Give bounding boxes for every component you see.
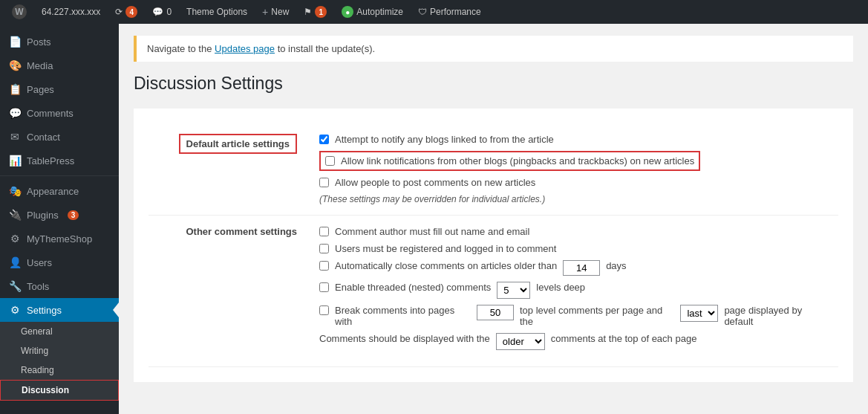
adminbar-wpml[interactable]: ⚑ 1 [298, 0, 333, 24]
sidebar-item-plugins[interactable]: 🔌 Plugins 3 [0, 203, 119, 227]
sidebar-item-comments-label: Comments [27, 108, 74, 119]
wp-icon: W [12, 4, 27, 19]
sidebar-item-writing[interactable]: Writing [0, 341, 119, 360]
settings-table: Default article settings Attempt to noti… [149, 123, 838, 367]
author-name-checkbox[interactable] [319, 227, 329, 236]
close-comments-row: Automatically close comments on articles… [319, 260, 831, 276]
sidebar: 📄 Posts 🎨 Media 📋 Pages 💬 Comments ✉ Con… [0, 24, 119, 414]
adminbar-theme-options[interactable]: Theme Options [180, 0, 253, 24]
allow-comments-label[interactable]: Allow people to post comments on new art… [335, 177, 535, 188]
sidebar-item-settings-label: Settings [27, 305, 62, 316]
sidebar-item-media-label: Media [27, 60, 53, 71]
sidebar-item-mythemeshop[interactable]: ⚙ MyThemeShop [0, 227, 119, 250]
adminbar-updates[interactable]: ⟳ 4 [109, 0, 143, 24]
updates-page-link[interactable]: Updates page [215, 43, 275, 54]
allow-pingbacks-label[interactable]: Allow link notifications from other blog… [341, 155, 694, 166]
notice-text1: Navigate to the [147, 43, 215, 54]
users-icon: 👤 [9, 256, 21, 268]
registered-users-checkbox[interactable] [319, 244, 329, 253]
comments-count: 0 [166, 7, 172, 17]
writing-label: Writing [21, 346, 48, 356]
display-order-row: Comments should be displayed with the ol… [319, 333, 831, 350]
display-order-label: Comments should be displayed with the [319, 333, 490, 344]
sidebar-item-contact[interactable]: ✉ Contact [0, 125, 119, 149]
sidebar-item-pages-label: Pages [27, 84, 54, 95]
break-comments-label[interactable]: Break comments into pages with [335, 305, 471, 327]
updates-count: 4 [125, 6, 137, 18]
tablepress-icon: 📊 [9, 155, 21, 166]
comments-icon: 💬 [152, 7, 163, 17]
theme-options-label: Theme Options [186, 7, 247, 17]
sidebar-item-tablepress-label: TablePress [27, 155, 74, 166]
display-order-suffix: comments at the top of each page [551, 333, 697, 344]
close-comments-checkbox[interactable] [319, 261, 329, 271]
default-article-checkbox1-row: Attempt to notify any blogs linked to fr… [319, 134, 831, 145]
break-comments-mid: top level comments per page and the [520, 305, 674, 327]
author-name-row: Comment author must fill out name and em… [319, 226, 831, 237]
other-comment-row: Other comment settings Comment author mu… [149, 216, 838, 367]
sidebar-item-users[interactable]: 👤 Users [0, 250, 119, 274]
updates-icon: ⟳ [115, 7, 123, 17]
sidebar-item-contact-label: Contact [27, 132, 60, 143]
threaded-suffix: levels deep [536, 282, 585, 293]
discussion-label: Discussion [22, 385, 69, 395]
sidebar-item-plugins-label: Plugins [27, 210, 59, 221]
allow-comments-checkbox[interactable] [319, 178, 329, 187]
sidebar-item-general[interactable]: General [0, 322, 119, 341]
close-comments-days-input[interactable] [563, 260, 600, 276]
author-name-label[interactable]: Comment author must fill out name and em… [335, 226, 529, 237]
comments-menu-icon: 💬 [9, 107, 21, 119]
sidebar-item-appearance[interactable]: 🎭 Appearance [0, 179, 119, 203]
menu-separator-1 [0, 175, 119, 176]
adminbar-autoptimize[interactable]: ● Autoptimize [336, 0, 409, 24]
adminbar-performance[interactable]: 🛡 Performance [412, 0, 487, 24]
plugins-icon: 🔌 [9, 209, 21, 221]
break-comments-input[interactable] [477, 305, 514, 320]
pages-icon: 📋 [9, 83, 21, 95]
break-comments-row: Break comments into pages with top level… [319, 305, 831, 327]
appearance-icon: 🎭 [9, 185, 21, 197]
posts-icon: 📄 [9, 36, 21, 48]
site-url: 64.227.xxx.xxx [42, 7, 100, 17]
notify-blogs-checkbox[interactable] [319, 135, 329, 144]
sidebar-item-mythemeshop-label: MyThemeShop [27, 233, 92, 245]
sidebar-item-users-label: Users [27, 257, 52, 268]
contact-icon: ✉ [9, 131, 21, 143]
performance-icon: 🛡 [418, 7, 427, 17]
default-article-row: Default article settings Attempt to noti… [149, 123, 838, 216]
adminbar-new[interactable]: + New [256, 0, 295, 24]
wp-logo[interactable]: W [6, 0, 33, 24]
media-icon: 🎨 [9, 59, 21, 71]
allow-pingbacks-checkbox[interactable] [325, 156, 335, 166]
sidebar-item-posts[interactable]: 📄 Posts [0, 30, 119, 54]
settings-icon: ⚙ [9, 304, 21, 316]
new-label: New [271, 7, 289, 17]
display-order-select[interactable]: oldernewer [496, 333, 545, 350]
registered-users-label[interactable]: Users must be registered and logged in t… [335, 243, 556, 254]
sidebar-item-tools[interactable]: 🔧 Tools [0, 274, 119, 298]
threaded-comments-label[interactable]: Enable threaded (nested) comments [335, 282, 491, 293]
break-comments-checkbox[interactable] [319, 305, 329, 315]
notify-blogs-label[interactable]: Attempt to notify any blogs linked to fr… [335, 134, 554, 145]
settings-form: Default article settings Attempt to noti… [134, 109, 853, 382]
sidebar-item-media[interactable]: 🎨 Media [0, 54, 119, 77]
page-title: Discussion Settings [134, 74, 853, 94]
sidebar-item-discussion[interactable]: Discussion [0, 380, 119, 401]
sidebar-item-comments[interactable]: 💬 Comments [0, 101, 119, 125]
sidebar-item-reading[interactable]: Reading [0, 360, 119, 380]
adminbar-comments[interactable]: 💬 0 [146, 0, 177, 24]
registered-users-row: Users must be registered and logged in t… [319, 243, 831, 254]
threaded-comments-checkbox[interactable] [319, 282, 329, 292]
sidebar-item-tablepress[interactable]: 📊 TablePress [0, 149, 119, 172]
threaded-depth-select[interactable]: 12345678910 [497, 282, 530, 299]
update-notice: Navigate to the Updates page to install … [134, 36, 853, 62]
autoptimize-label: Autoptimize [356, 7, 403, 17]
wpml-count: 1 [315, 6, 327, 18]
sidebar-item-pages[interactable]: 📋 Pages [0, 77, 119, 101]
break-comments-select[interactable]: lastfirst [680, 305, 718, 322]
sidebar-item-settings[interactable]: ⚙ Settings [0, 298, 119, 322]
close-comments-label[interactable]: Automatically close comments on articles… [335, 260, 557, 271]
tools-icon: 🔧 [9, 280, 21, 292]
admin-bar: W 64.227.xxx.xxx ⟳ 4 💬 0 Theme Options +… [0, 0, 868, 24]
adminbar-site[interactable]: 64.227.xxx.xxx [36, 0, 106, 24]
